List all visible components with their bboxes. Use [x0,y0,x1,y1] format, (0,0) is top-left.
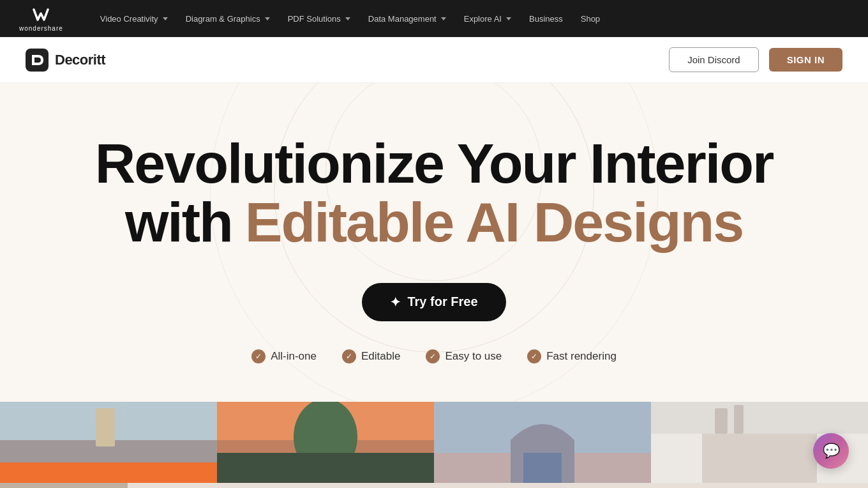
svg-rect-3 [0,462,217,485]
svg-rect-14 [651,402,868,434]
nav-item-shop[interactable]: Shop [573,10,608,27]
feature-easy-to-use: ✓ Easy to use [426,349,502,363]
hero-cta: ✦ Try for Free [26,283,842,321]
top-nav-bar: wondershare Video Creativity Diagram & G… [0,0,868,37]
feature-editable: ✓ Editable [342,349,400,363]
main-nav-actions: Join Discord SIGN IN [669,47,842,72]
decoritt-logo[interactable]: Decoritt [26,49,105,72]
hero-title-accent: Editable AI Designs [245,193,743,252]
wondershare-logo[interactable]: wondershare [19,6,63,32]
sparkle-icon: ✦ [390,294,401,310]
nav-item-business[interactable]: Business [521,10,571,27]
chevron-down-icon [441,17,446,20]
hero-title-line2: with Editable AI Designs [51,193,817,252]
feature-fast-rendering: ✓ Fast rendering [527,349,617,363]
chevron-down-icon [163,17,168,20]
sign-in-button[interactable]: SIGN IN [769,48,842,72]
svg-rect-16 [715,408,728,434]
nav-item-data-management[interactable]: Data Management [361,10,454,27]
nav-item-explore-ai[interactable]: Explore AI [456,10,519,27]
gallery-section [0,402,868,485]
svg-rect-17 [734,405,744,434]
chat-widget[interactable]: 💬 [813,433,849,469]
hero-title: Revolutionize Your Interior with Editabl… [51,134,817,252]
gallery-item-3[interactable] [434,402,651,485]
scrollbar-thumb[interactable] [0,483,128,485]
svg-rect-5 [96,408,115,446]
chevron-down-icon [345,17,350,20]
hero-title-line1: Revolutionize Your Interior [51,134,817,193]
feature-all-in-one: ✓ All-in-one [251,349,317,363]
chevron-down-icon [506,17,511,20]
svg-rect-9 [217,453,434,485]
try-for-free-button[interactable]: ✦ Try for Free [362,283,505,321]
gallery-item-1[interactable] [0,402,217,485]
check-icon: ✓ [527,349,541,363]
scrollbar[interactable] [0,483,868,485]
check-icon: ✓ [342,349,356,363]
join-discord-button[interactable]: Join Discord [669,47,759,72]
hero-features: ✓ All-in-one ✓ Editable ✓ Easy to use ✓ … [26,349,842,363]
hero-section: Revolutionize Your Interior with Editabl… [0,83,868,402]
chat-icon: 💬 [823,443,840,459]
chevron-down-icon [265,17,270,20]
check-icon: ✓ [251,349,266,363]
nav-item-pdf-solutions[interactable]: PDF Solutions [280,10,358,27]
top-nav-items: Video Creativity Diagram & Graphics PDF … [93,10,849,27]
nav-item-diagram-graphics[interactable]: Diagram & Graphics [178,10,278,27]
nav-item-video-creativity[interactable]: Video Creativity [93,10,176,27]
main-nav-bar: Decoritt Join Discord SIGN IN [0,37,868,83]
decoritt-brand-name: Decoritt [55,52,105,68]
svg-rect-15 [702,434,817,485]
gallery-item-2[interactable] [217,402,434,485]
check-icon: ✓ [426,349,440,363]
svg-rect-12 [523,453,562,485]
